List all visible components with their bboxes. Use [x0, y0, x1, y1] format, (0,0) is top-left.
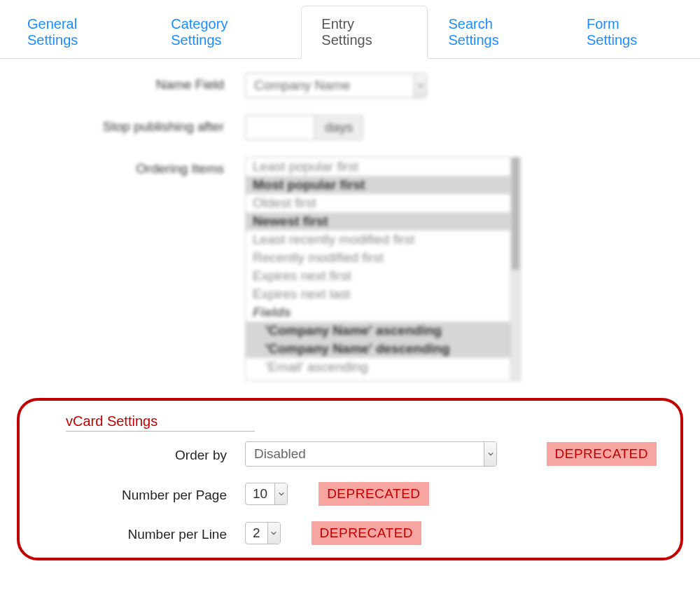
name-field-row: Name Field Company Name: [0, 73, 700, 98]
list-item[interactable]: Expires next last: [246, 285, 510, 303]
deprecated-badge: DEPRECATED: [547, 442, 657, 466]
scrollbar-thumb[interactable]: [512, 158, 519, 270]
list-item[interactable]: 'Company Name' ascending: [246, 322, 510, 340]
list-item[interactable]: Oldest first: [246, 194, 510, 212]
chevron-down-icon: [414, 74, 426, 97]
vcard-heading: vCard Settings: [66, 413, 255, 432]
ordering-row: Ordering Items Least popular firstMost p…: [0, 157, 700, 381]
list-item[interactable]: 'Email' ascending: [246, 358, 510, 376]
list-item[interactable]: Expires next first: [246, 267, 510, 285]
perline-select[interactable]: 2: [245, 522, 281, 544]
deprecated-badge: DEPRECATED: [312, 521, 421, 545]
orderby-label: Order by: [27, 445, 245, 463]
perpage-row: Number per Page 10 DEPRECATED: [27, 482, 673, 506]
ordering-listbox[interactable]: Least popular firstMost popular firstOld…: [245, 157, 511, 381]
perpage-select[interactable]: 10: [245, 483, 288, 505]
perpage-value: 10: [246, 483, 274, 504]
name-field-value: Company Name: [246, 74, 414, 97]
list-item[interactable]: Recently modified first: [246, 249, 510, 267]
list-item[interactable]: Most popular first: [246, 176, 510, 194]
tab-category[interactable]: Category Settings: [150, 6, 301, 59]
chevron-down-icon: [267, 523, 280, 544]
orderby-select[interactable]: Disabled: [245, 441, 497, 467]
perpage-label: Number per Page: [27, 485, 245, 503]
orderby-value: Disabled: [246, 442, 484, 466]
name-field-label: Name Field: [0, 73, 245, 92]
name-field-select[interactable]: Company Name: [245, 73, 427, 98]
perline-label: Number per Line: [27, 524, 245, 542]
scrollbar[interactable]: [511, 157, 521, 381]
perline-value: 2: [246, 523, 267, 544]
stop-publishing-row: Stop publishing after days: [0, 115, 700, 140]
tab-form[interactable]: Form Settings: [566, 6, 693, 59]
tabs-bar: General Settings Category Settings Entry…: [0, 6, 700, 59]
list-item[interactable]: Least recently modified first: [246, 230, 510, 249]
perline-row: Number per Line 2 DEPRECATED: [27, 521, 673, 545]
ordering-label: Ordering Items: [0, 157, 245, 177]
chevron-down-icon: [484, 442, 496, 466]
stop-publishing-input[interactable]: [245, 115, 315, 140]
list-item[interactable]: 'Company Name' descending: [246, 340, 510, 358]
tab-search[interactable]: Search Settings: [428, 6, 566, 59]
stop-publishing-unit: days: [315, 115, 363, 140]
list-item[interactable]: Least popular first: [246, 158, 510, 176]
tab-entry[interactable]: Entry Settings: [301, 6, 428, 59]
list-group-header: Fields: [246, 303, 510, 322]
deprecated-badge: DEPRECATED: [318, 482, 428, 506]
list-item[interactable]: Newest first: [246, 212, 510, 230]
chevron-down-icon: [274, 483, 287, 504]
orderby-row: Order by Disabled DEPRECATED: [27, 441, 673, 467]
vcard-settings-box: vCard Settings Order by Disabled DEPRECA…: [17, 398, 683, 560]
tab-general[interactable]: General Settings: [7, 6, 150, 59]
stop-publishing-label: Stop publishing after: [0, 115, 245, 135]
